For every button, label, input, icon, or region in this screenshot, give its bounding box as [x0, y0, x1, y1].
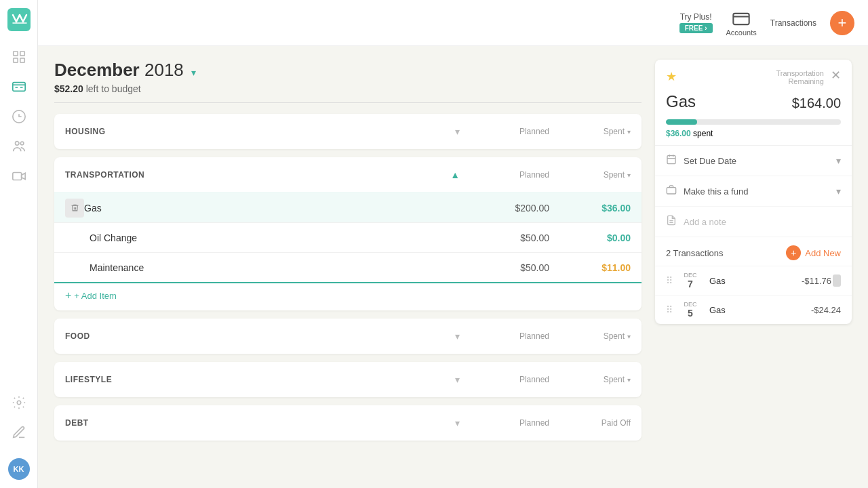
sidebar-settings2-icon[interactable]: [9, 423, 28, 442]
housing-spent-col: Spent ▾: [549, 127, 631, 136]
sidebar: KK: [0, 0, 38, 488]
add-button[interactable]: +: [830, 11, 854, 35]
gas-name-input[interactable]: [84, 203, 468, 214]
add-note-row[interactable]: Add a note: [655, 207, 852, 237]
set-due-date-row[interactable]: Set Due Date ▾: [655, 146, 852, 176]
budget-header: December 2018 ▾ $52.20 left to budget: [54, 60, 642, 94]
maintenance-planned: $50.00: [468, 262, 549, 273]
transactions-header: 2 Transactions + Add New: [655, 237, 852, 266]
detail-panel: ★ Transportation Remaining ✕ Gas $164.00: [655, 60, 852, 474]
svg-rect-20: [667, 188, 675, 194]
svg-rect-5: [12, 83, 24, 92]
accounts-nav-item[interactable]: Accounts: [726, 9, 757, 37]
add-new-circle-icon: +: [786, 245, 801, 260]
lifestyle-section: LIFESTYLE ▾ Planned Spent ▾: [54, 362, 642, 397]
sidebar-item-video[interactable]: [9, 167, 28, 186]
transaction-item-2[interactable]: ⠿ DEC 5 Gas -$24.24: [655, 295, 852, 324]
sidebar-item-dashboard[interactable]: [9, 47, 28, 66]
food-header[interactable]: FOOD ▾ Planned Spent ▾: [54, 319, 642, 354]
svg-point-13: [17, 401, 21, 405]
free-badge[interactable]: FREE ›: [679, 23, 713, 33]
transaction-amount-2: -$24.24: [811, 305, 841, 315]
detail-progress-fill: [666, 119, 697, 125]
try-plus-link[interactable]: Try Plus! FREE ›: [679, 12, 713, 33]
detail-remaining-label: Remaining: [776, 77, 824, 85]
debt-title: DEBT: [65, 418, 455, 428]
add-item-plus-icon: +: [65, 290, 71, 301]
sidebar-item-budget[interactable]: [9, 77, 28, 96]
food-planned-col: Planned: [468, 331, 549, 341]
drag-handle-icon-1[interactable]: ⠿: [666, 275, 673, 286]
transportation-spent-col: Spent ▾: [549, 170, 631, 180]
transactions-count: 2 Transactions: [666, 248, 724, 258]
transaction-amount-1: -$11.76: [802, 276, 831, 286]
note-icon: [666, 215, 677, 228]
detail-progress-bar: [666, 119, 841, 125]
add-new-transaction-button[interactable]: + Add New: [786, 245, 841, 260]
detail-category-label: Transportation: [776, 69, 824, 77]
due-date-chevron-icon: ▾: [836, 155, 841, 166]
maintenance-spacer: [65, 258, 84, 277]
budget-left-panel: December 2018 ▾ $52.20 left to budget HO…: [54, 60, 642, 474]
debt-paid-off-col: Paid Off: [549, 418, 631, 428]
maintenance-spent: $11.00: [549, 262, 631, 273]
star-icon[interactable]: ★: [666, 69, 677, 84]
svg-rect-2: [20, 52, 24, 56]
transaction-date-2: DEC 5: [678, 301, 703, 319]
make-fund-row[interactable]: Make this a fund ▾: [655, 176, 852, 207]
oil-change-planned: $50.00: [468, 232, 549, 243]
transportation-expand-icon: ▲: [450, 169, 460, 180]
maintenance-name: Maintenance: [90, 262, 468, 273]
budget-area: December 2018 ▾ $52.20 left to budget HO…: [38, 46, 868, 488]
gas-planned: $200.00: [468, 203, 549, 214]
oil-change-line-item[interactable]: Oil Change $50.00 $0.00: [54, 222, 642, 252]
lifestyle-planned-col: Planned: [468, 375, 549, 384]
fund-chevron-icon: ▾: [836, 186, 841, 197]
maintenance-line-item[interactable]: Maintenance $50.00 $11.00: [54, 252, 642, 282]
sidebar-item-reports[interactable]: [9, 107, 28, 126]
fund-icon: [666, 184, 677, 198]
transportation-planned-col: Planned: [468, 170, 549, 180]
detail-spent-amount: $36.00: [666, 129, 691, 138]
lifestyle-spent-col: Spent ▾: [549, 375, 631, 384]
debt-planned-col: Planned: [468, 418, 549, 428]
lifestyle-title: LIFESTYLE: [65, 375, 455, 384]
top-navigation: Try Plus! FREE › Accounts Transactions +: [38, 0, 868, 46]
calendar-icon: [666, 154, 677, 167]
gas-delete-icon[interactable]: [65, 199, 84, 218]
housing-planned-col: Planned: [468, 127, 549, 136]
budget-subtitle: $52.20 left to budget: [54, 83, 642, 94]
lifestyle-header[interactable]: LIFESTYLE ▾ Planned Spent ▾: [54, 362, 642, 397]
housing-title: HOUSING: [65, 127, 455, 136]
add-note-label: Add a note: [684, 217, 726, 227]
transportation-title: TRANSPORTATION: [65, 170, 450, 180]
food-expand-icon: ▾: [455, 331, 460, 342]
make-fund-label: Make this a fund: [684, 186, 748, 197]
transaction-name-1: Gas: [709, 276, 802, 286]
housing-header[interactable]: HOUSING ▾ Planned Spent ▾: [54, 114, 642, 149]
food-spent-col: Spent ▾: [549, 331, 631, 341]
transportation-header[interactable]: TRANSPORTATION ▲ Planned Spent ▾: [54, 157, 642, 192]
drag-handle-icon-2[interactable]: ⠿: [666, 304, 673, 315]
transaction-date-1: DEC 7: [678, 272, 703, 289]
sidebar-settings-icon[interactable]: [9, 393, 28, 412]
food-section: FOOD ▾ Planned Spent ▾: [54, 319, 642, 354]
lifestyle-expand-icon: ▾: [455, 374, 460, 385]
gas-line-item[interactable]: $200.00 $36.00: [54, 192, 642, 222]
month-dropdown-arrow[interactable]: ▾: [191, 67, 196, 78]
add-item-button[interactable]: + + Add Item: [65, 290, 117, 301]
detail-close-button[interactable]: ✕: [831, 69, 841, 81]
cursor-indicator: [833, 274, 841, 287]
app-logo[interactable]: [7, 8, 31, 31]
user-avatar[interactable]: KK: [8, 458, 30, 480]
svg-rect-0: [7, 8, 31, 31]
svg-point-10: [15, 142, 19, 146]
debt-header[interactable]: DEBT ▾ Planned Paid Off: [54, 405, 642, 441]
transportation-section: TRANSPORTATION ▲ Planned Spent ▾: [54, 157, 642, 310]
sidebar-item-people[interactable]: [9, 137, 28, 156]
transaction-item-1[interactable]: ⠿ DEC 7 Gas -$11.76: [655, 266, 852, 295]
detail-remaining-amount: $164.00: [792, 96, 841, 111]
detail-item-name: Gas: [666, 92, 696, 111]
transactions-nav-item[interactable]: Transactions: [770, 18, 816, 28]
main-content: Try Plus! FREE › Accounts Transactions +…: [38, 0, 868, 488]
